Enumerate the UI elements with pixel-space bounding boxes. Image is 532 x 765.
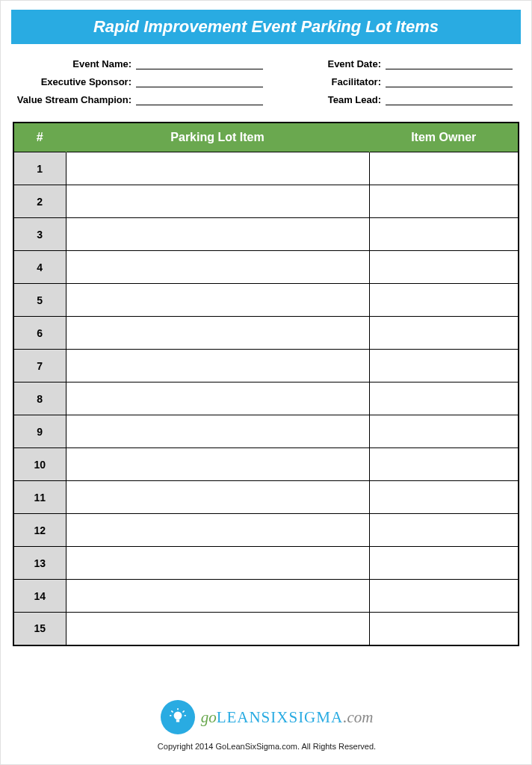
label-event-date: Event Date: bbox=[266, 58, 386, 69]
cell-num: 9 bbox=[13, 415, 66, 448]
info-row-team-lead: Team Lead: bbox=[266, 93, 519, 105]
table-row: 2 bbox=[13, 185, 519, 218]
table-row: 10 bbox=[13, 448, 519, 481]
field-event-date[interactable] bbox=[386, 58, 513, 69]
info-col-right: Event Date: Facilitator: Team Lead: bbox=[266, 58, 519, 105]
cell-owner[interactable] bbox=[369, 350, 519, 382]
field-vs-champion[interactable] bbox=[136, 93, 263, 105]
table-row: 1 bbox=[13, 152, 519, 185]
footer: goLEANSIXSIGMA.com Copyright 2014 GoLean… bbox=[1, 700, 532, 751]
cell-item[interactable] bbox=[66, 415, 369, 448]
logo: goLEANSIXSIGMA.com bbox=[161, 700, 374, 734]
cell-owner[interactable] bbox=[369, 481, 519, 514]
cell-num: 13 bbox=[13, 547, 66, 580]
cell-item[interactable] bbox=[66, 448, 369, 481]
cell-owner[interactable] bbox=[369, 547, 519, 580]
cell-item[interactable] bbox=[66, 547, 369, 580]
header-num: # bbox=[13, 123, 66, 152]
cell-num: 12 bbox=[13, 514, 66, 547]
cell-item[interactable] bbox=[66, 481, 369, 514]
field-team-lead[interactable] bbox=[386, 93, 513, 105]
label-facilitator: Facilitator: bbox=[266, 76, 386, 87]
cell-num: 6 bbox=[13, 317, 66, 350]
cell-owner[interactable] bbox=[369, 317, 519, 350]
table-row: 11 bbox=[13, 481, 519, 514]
cell-num: 1 bbox=[13, 152, 66, 185]
svg-point-0 bbox=[173, 711, 182, 719]
svg-line-3 bbox=[171, 710, 173, 712]
info-col-left: Event Name: Executive Sponsor: Value Str… bbox=[13, 58, 266, 105]
cell-item[interactable] bbox=[66, 580, 369, 613]
cell-owner[interactable] bbox=[369, 152, 519, 185]
cell-owner[interactable] bbox=[369, 514, 519, 547]
cell-num: 5 bbox=[13, 284, 66, 317]
field-event-name[interactable] bbox=[136, 58, 263, 69]
logo-go: go bbox=[201, 708, 217, 726]
logo-text: goLEANSIXSIGMA.com bbox=[201, 708, 374, 727]
cell-num: 11 bbox=[13, 481, 66, 514]
cell-item[interactable] bbox=[66, 152, 369, 185]
cell-item[interactable] bbox=[66, 382, 369, 415]
info-row-exec-sponsor: Executive Sponsor: bbox=[13, 75, 266, 87]
cell-num: 2 bbox=[13, 185, 66, 218]
cell-item[interactable] bbox=[66, 317, 369, 350]
table-row: 5 bbox=[13, 284, 519, 317]
cell-item[interactable] bbox=[66, 514, 369, 547]
parking-lot-table: # Parking Lot Item Item Owner 1234567891… bbox=[13, 122, 519, 646]
table-row: 7 bbox=[13, 350, 519, 382]
page-title: Rapid Improvement Event Parking Lot Item… bbox=[11, 10, 521, 44]
header-item: Parking Lot Item bbox=[66, 123, 369, 152]
info-row-event-date: Event Date: bbox=[266, 58, 519, 69]
table-row: 15 bbox=[13, 613, 519, 645]
logo-lean: LEANSIXSIGMA bbox=[217, 708, 344, 726]
svg-rect-1 bbox=[176, 719, 179, 722]
cell-num: 3 bbox=[13, 218, 66, 251]
cell-owner[interactable] bbox=[369, 580, 519, 613]
info-section: Event Name: Executive Sponsor: Value Str… bbox=[10, 58, 522, 105]
cell-owner[interactable] bbox=[369, 185, 519, 218]
cell-item[interactable] bbox=[66, 218, 369, 251]
table-row: 4 bbox=[13, 251, 519, 284]
cell-num: 14 bbox=[13, 580, 66, 613]
label-vs-champion: Value Stream Champion: bbox=[13, 94, 136, 105]
table-row: 3 bbox=[13, 218, 519, 251]
field-exec-sponsor[interactable] bbox=[136, 75, 263, 87]
cell-num: 10 bbox=[13, 448, 66, 481]
cell-item[interactable] bbox=[66, 350, 369, 382]
info-row-event-name: Event Name: bbox=[13, 58, 266, 69]
label-event-name: Event Name: bbox=[13, 58, 136, 69]
cell-owner[interactable] bbox=[369, 382, 519, 415]
table-header-row: # Parking Lot Item Item Owner bbox=[13, 123, 519, 152]
cell-owner[interactable] bbox=[369, 284, 519, 317]
svg-line-4 bbox=[182, 710, 184, 712]
logo-dom: .com bbox=[343, 708, 373, 726]
cell-owner[interactable] bbox=[369, 218, 519, 251]
cell-num: 8 bbox=[13, 382, 66, 415]
table-row: 6 bbox=[13, 317, 519, 350]
table-row: 9 bbox=[13, 415, 519, 448]
cell-item[interactable] bbox=[66, 251, 369, 284]
cell-item[interactable] bbox=[66, 284, 369, 317]
cell-owner[interactable] bbox=[369, 251, 519, 284]
label-team-lead: Team Lead: bbox=[266, 94, 386, 105]
cell-num: 4 bbox=[13, 251, 66, 284]
info-row-facilitator: Facilitator: bbox=[266, 75, 519, 87]
field-facilitator[interactable] bbox=[386, 75, 513, 87]
info-row-vs-champion: Value Stream Champion: bbox=[13, 93, 266, 105]
cell-owner[interactable] bbox=[369, 613, 519, 645]
table-row: 8 bbox=[13, 382, 519, 415]
label-exec-sponsor: Executive Sponsor: bbox=[13, 76, 136, 87]
cell-num: 15 bbox=[13, 613, 66, 645]
table-row: 13 bbox=[13, 547, 519, 580]
cell-item[interactable] bbox=[66, 613, 369, 645]
table-row: 14 bbox=[13, 580, 519, 613]
cell-owner[interactable] bbox=[369, 448, 519, 481]
header-owner: Item Owner bbox=[369, 123, 519, 152]
table-row: 12 bbox=[13, 514, 519, 547]
cell-num: 7 bbox=[13, 350, 66, 382]
cell-item[interactable] bbox=[66, 185, 369, 218]
cell-owner[interactable] bbox=[369, 415, 519, 448]
copyright-text: Copyright 2014 GoLeanSixSigma.com. All R… bbox=[1, 742, 532, 751]
lightbulb-icon bbox=[161, 700, 195, 734]
